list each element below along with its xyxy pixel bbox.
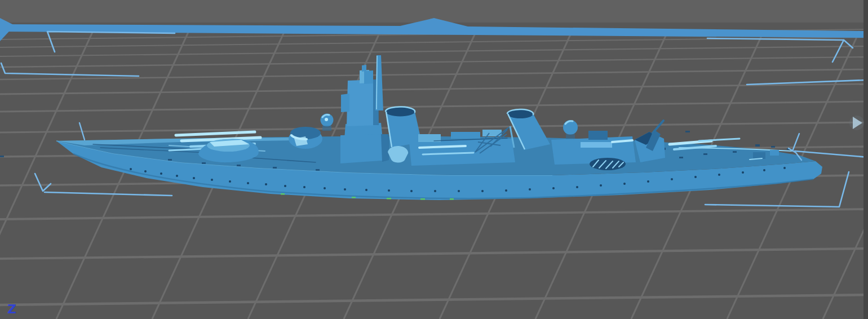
right-panel-strip bbox=[863, 0, 868, 319]
viewer-window: Z bbox=[0, 0, 868, 319]
3d-viewport[interactable] bbox=[0, 0, 868, 319]
expand-panel-control[interactable] bbox=[849, 116, 864, 130]
grated-hatch bbox=[590, 158, 626, 170]
axis-z-label: Z bbox=[7, 303, 16, 316]
barbette-turret bbox=[289, 127, 322, 149]
